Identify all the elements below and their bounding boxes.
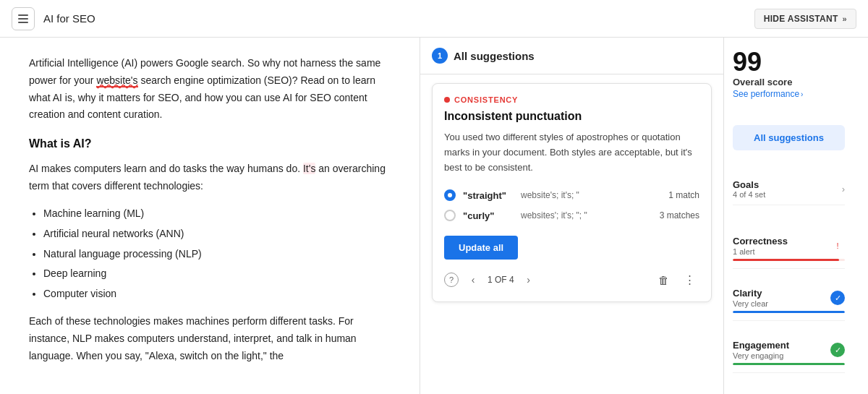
options-list: "straight" website's; it's; " 1 match "c… (444, 185, 699, 226)
card-footer-left: ? ‹ 1 OF 4 › (444, 271, 537, 288)
nav-count: 1 OF 4 (488, 275, 514, 285)
suggestions-header: 1 All suggestions (420, 38, 723, 74)
engagement-bar-wrap (733, 363, 845, 365)
list-item: Natural language processing (NLP) (43, 246, 391, 263)
goals-sub: 4 of 4 set (733, 190, 765, 199)
metric-sub-clarity: Very clear (733, 299, 768, 308)
option-count-curly: 3 matches (660, 210, 699, 220)
metric-name-clarity: Clarity (733, 288, 768, 299)
radio-inner (448, 193, 452, 197)
paragraph-3: Each of these technologies makes machine… (29, 313, 391, 364)
suggestions-panel: 1 All suggestions CONSISTENCY Inconsiste… (420, 38, 723, 394)
heading-what-is-ai: What is AI? (29, 134, 391, 153)
paragraph-2: AI makes computers learn and do tasks th… (29, 160, 391, 195)
goals-label: Goals (733, 179, 765, 190)
metric-name-correctness: Correctness (733, 236, 788, 247)
delete-icon[interactable]: 🗑 (653, 270, 673, 290)
goals-chevron-icon: › (842, 184, 845, 194)
menu-button[interactable] (12, 7, 35, 30)
topbar-right: HIDE ASSISTANT » (754, 9, 856, 29)
card-title: Inconsistent punctuation (444, 110, 699, 123)
score-label: Overall score (733, 77, 845, 87)
goals-row[interactable]: Goals 4 of 4 set › (733, 174, 845, 205)
card-footer: ? ‹ 1 OF 4 › 🗑 ⋮ (444, 270, 699, 290)
metric-clarity: Clarity Very clear ✓ (733, 280, 845, 321)
option-label-curly: "curly" (463, 210, 514, 221)
paragraph-1: Artificial Intelligence (AI) powers Goog… (29, 55, 391, 124)
metric-correctness: Correctness 1 alert ! (733, 228, 845, 269)
more-options-icon[interactable]: ⋮ (679, 270, 699, 290)
list-item: Artificial neural networks (ANN) (43, 226, 391, 243)
engagement-bar (733, 363, 845, 365)
metric-name-engagement: Engagement (733, 340, 789, 351)
option-row-curly[interactable]: "curly" websites'; it's; "; " 3 matches (444, 205, 699, 226)
card-footer-right: 🗑 ⋮ (653, 270, 699, 290)
doc-title: AI for SEO (43, 12, 95, 25)
list-item: Machine learning (ML) (43, 205, 391, 223)
metric-delivery: Delivery Just right ✓ (733, 385, 845, 394)
menu-icon (18, 14, 28, 23)
right-panel: 99 Overall score See performance › All s… (723, 38, 854, 394)
metric-sub-engagement: Very engaging (733, 351, 789, 360)
card-tag-label: CONSISTENCY (454, 95, 518, 104)
chevron-right-icon: › (801, 90, 803, 98)
score-section: 99 Overall score See performance › (733, 49, 845, 99)
radio-curly[interactable] (444, 210, 456, 221)
radio-straight[interactable] (444, 189, 456, 201)
option-examples-straight: website's; it's; " (521, 190, 661, 200)
suggestions-content: CONSISTENCY Inconsistent punctuation You… (420, 74, 723, 394)
all-suggestions-button[interactable]: All suggestions (733, 125, 845, 150)
option-examples-curly: websites'; it's; "; " (521, 210, 652, 220)
suggestions-title: All suggestions (454, 50, 535, 62)
next-nav-button[interactable]: › (520, 271, 537, 288)
correctness-bar (733, 259, 839, 261)
editor-pane: Artificial Intelligence (AI) powers Goog… (0, 38, 420, 394)
alert-icon-correctness: ! (830, 239, 845, 253)
metric-sub-correctness: 1 alert (733, 247, 788, 256)
chevrons-icon: » (843, 14, 847, 23)
prev-nav-button[interactable]: ‹ (464, 271, 482, 288)
list-item: Computer vision (43, 286, 391, 303)
suggestions-badge: 1 (432, 48, 448, 64)
help-icon[interactable]: ? (444, 273, 459, 287)
option-count-straight: 1 match (668, 190, 699, 200)
clarity-bar-wrap (733, 311, 845, 313)
option-label-straight: "straight" (463, 190, 514, 201)
suggestion-card: CONSISTENCY Inconsistent punctuation You… (432, 83, 712, 302)
list-item: Deep learning (43, 265, 391, 283)
correctness-bar-wrap (733, 259, 845, 261)
topbar: AI for SEO HIDE ASSISTANT » (0, 0, 868, 38)
highlighted-its: It's (303, 163, 315, 174)
clarity-bar (733, 311, 845, 313)
option-row-straight[interactable]: "straight" website's; it's; " 1 match (444, 185, 699, 205)
score-number: 99 (733, 49, 845, 75)
tech-list: Machine learning (ML) Artificial neural … (43, 205, 391, 303)
update-all-button[interactable]: Update all (444, 236, 518, 260)
website-link: website's (96, 74, 137, 87)
check-icon-clarity: ✓ (830, 291, 845, 305)
see-performance-link[interactable]: See performance › (733, 89, 845, 99)
tag-dot-icon (444, 97, 450, 103)
metric-engagement: Engagement Very engaging ✓ (733, 333, 845, 373)
hide-assistant-button[interactable]: HIDE ASSISTANT » (754, 9, 856, 29)
check-icon-engagement: ✓ (830, 343, 845, 357)
card-description: You used two different styles of apostro… (444, 130, 699, 175)
card-tag: CONSISTENCY (444, 95, 699, 104)
main-layout: Artificial Intelligence (AI) powers Goog… (0, 38, 868, 394)
